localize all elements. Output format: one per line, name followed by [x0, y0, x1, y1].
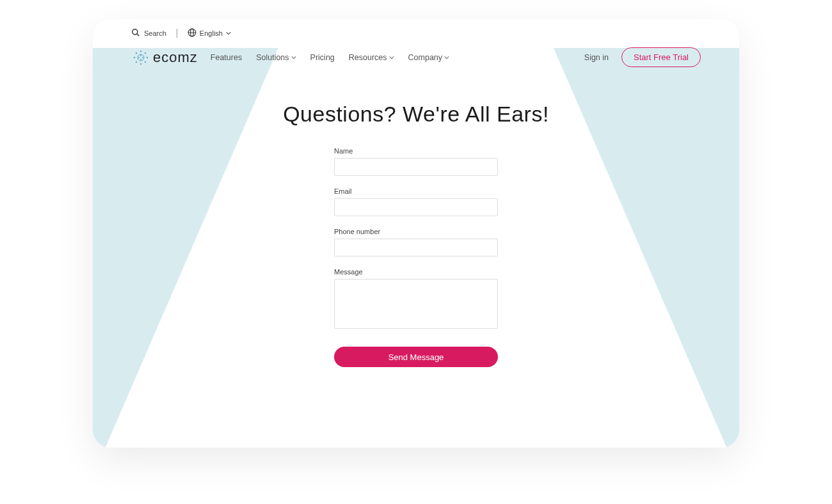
svg-point-14 — [138, 57, 140, 58]
nav-item-resources[interactable]: Resources — [349, 53, 394, 62]
send-message-button[interactable]: Send Message — [334, 347, 498, 367]
svg-line-1 — [137, 34, 140, 36]
svg-point-16 — [140, 55, 141, 56]
svg-point-11 — [136, 61, 137, 62]
svg-point-15 — [142, 57, 143, 58]
svg-point-9 — [145, 61, 146, 62]
contact-form: Name Email Phone number Message Send Mes… — [334, 147, 498, 367]
nav-item-features[interactable]: Features — [211, 53, 242, 62]
navbar: ecomz Features Solutions Pricing Resourc… — [93, 42, 739, 75]
svg-point-7 — [145, 52, 146, 53]
message-textarea[interactable] — [334, 279, 498, 329]
nav-item-label: Pricing — [310, 53, 335, 62]
start-free-trial-button[interactable]: Start Free Trial — [621, 47, 701, 67]
svg-point-0 — [132, 29, 138, 35]
svg-point-13 — [136, 52, 137, 53]
form-group-email: Email — [334, 187, 498, 216]
page-heading: Questions? We're All Ears! — [93, 102, 739, 127]
svg-point-8 — [147, 56, 148, 58]
form-group-phone: Phone number — [334, 228, 498, 256]
email-input[interactable] — [334, 198, 498, 216]
nav-item-company[interactable]: Company — [408, 53, 450, 62]
email-label: Email — [334, 187, 498, 195]
main-content: Questions? We're All Ears! Name Email Ph… — [93, 75, 739, 367]
nav-item-solutions[interactable]: Solutions — [256, 53, 296, 62]
form-group-message: Message — [334, 268, 498, 331]
nav-links: Features Solutions Pricing Resources — [211, 53, 449, 62]
search-link[interactable]: Search — [131, 28, 166, 38]
signin-link[interactable]: Sign in — [584, 53, 609, 62]
logo-icon — [131, 48, 150, 67]
chevron-down-icon — [226, 31, 231, 36]
search-icon — [131, 28, 140, 38]
name-input[interactable] — [334, 158, 498, 176]
logo-text: ecomz — [153, 49, 198, 66]
svg-point-17 — [140, 59, 141, 60]
chevron-down-icon — [389, 55, 394, 60]
logo[interactable]: ecomz — [131, 48, 198, 67]
chevron-down-icon — [291, 55, 296, 60]
nav-item-label: Features — [211, 53, 242, 62]
topbar: Search English — [93, 19, 739, 42]
language-selector[interactable]: English — [188, 28, 231, 38]
screen: Search English — [93, 19, 739, 448]
language-label: English — [200, 29, 223, 37]
svg-point-12 — [134, 56, 135, 58]
globe-icon — [188, 28, 196, 38]
search-label: Search — [144, 29, 166, 37]
nav-item-label: Resources — [349, 53, 387, 62]
name-label: Name — [334, 147, 498, 155]
phone-label: Phone number — [334, 228, 498, 235]
phone-input[interactable] — [334, 239, 498, 256]
nav-item-pricing[interactable]: Pricing — [310, 53, 335, 62]
form-group-name: Name — [334, 147, 498, 176]
svg-point-6 — [140, 50, 141, 51]
topbar-divider — [177, 29, 177, 38]
nav-right: Sign in Start Free Trial — [584, 47, 701, 67]
nav-item-label: Company — [408, 53, 443, 62]
svg-point-10 — [140, 63, 141, 64]
laptop-frame: Search English — [93, 19, 739, 448]
message-label: Message — [334, 268, 498, 276]
nav-item-label: Solutions — [256, 53, 289, 62]
chevron-down-icon — [444, 55, 449, 60]
